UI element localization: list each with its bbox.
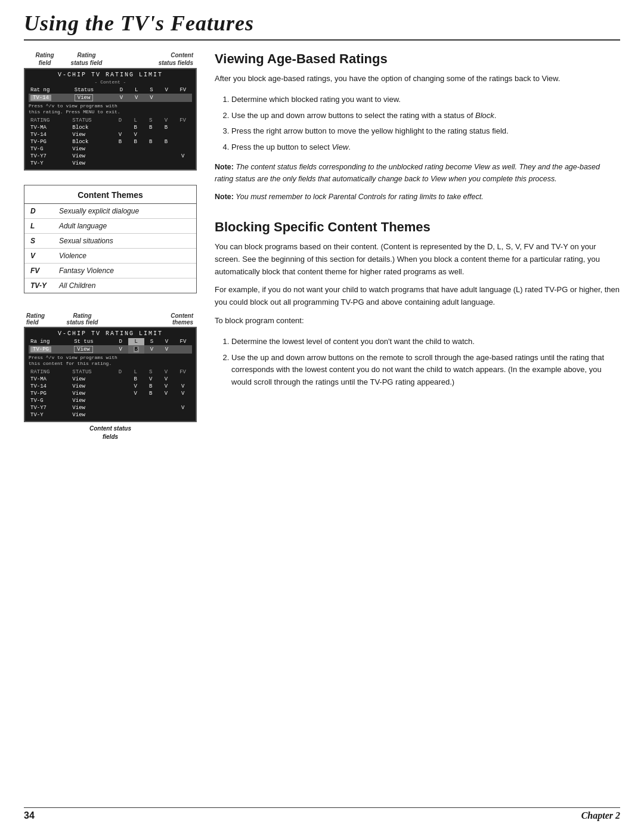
theme-description: Fantasy Violence <box>53 263 196 278</box>
section2-para2: For example, if you do not want your chi… <box>215 284 620 309</box>
tv2-labels: Rating field Rating status field Content… <box>24 312 197 326</box>
label-content-status: Content status fields <box>110 51 197 67</box>
list-item: Press the right arrow button to move the… <box>231 125 620 138</box>
page-header: Using the TV's Features <box>24 0 620 41</box>
tv1-note: Press ^/v to view programs withthis rati… <box>29 103 192 116</box>
content-status-fields-label: Content statusfields <box>24 425 197 441</box>
tv1-header-table: Rat ng Status D L S V FV TV-14 View V <box>29 86 192 102</box>
section1-intro: After you block age-based ratings, you h… <box>215 73 620 85</box>
left-column: Rating field Rating status field Content… <box>24 51 197 441</box>
theme-code: TV-Y <box>24 278 53 293</box>
theme-code: D <box>24 204 53 219</box>
section1-title: Viewing Age-Based Ratings <box>215 51 620 67</box>
theme-description: Adult language <box>53 218 196 233</box>
tv2-note: Press ^/v to view programs withthis cont… <box>29 355 192 367</box>
section2-steps: Determine the lowest level of content yo… <box>215 336 620 389</box>
theme-description: All Children <box>53 278 196 293</box>
tv2-data-table: RATING STATUS D L S V FV TV-MAViewBVV TV… <box>29 368 192 419</box>
label-rating-status: Rating status field <box>63 51 110 67</box>
tv1-title: V-CHIP TV RATING LIMIT <box>29 72 192 78</box>
label2-status: Rating status field <box>61 312 104 326</box>
section1-note1: Note: The content status fields correspo… <box>215 161 620 185</box>
page-wrapper: Using the TV's Features Rating field Rat… <box>0 0 644 477</box>
theme-code: FV <box>24 263 53 278</box>
main-content: Rating field Rating status field Content… <box>24 51 620 441</box>
theme-code: S <box>24 233 53 248</box>
section2-body: You can block programs based on their co… <box>215 241 620 327</box>
theme-description: Violence <box>53 248 196 263</box>
list-item: Use the up and down arrow buttons to sel… <box>231 110 620 122</box>
tv1-subtitle: - Content - <box>29 79 192 85</box>
tv1-data-table: RATING STATUS D L S V FV TV-MABlockBBB T… <box>29 117 192 167</box>
footer-chapter: Chapter 2 <box>581 810 620 821</box>
label-rating-field: Rating field <box>26 51 63 67</box>
content-themes-box: Content Themes D Sexually explicit dialo… <box>24 185 197 293</box>
list-item: Determine which blocked rating you want … <box>231 94 620 106</box>
tv2-header-table: Ra ing St tus D L S V FV TV-PG View V <box>29 338 192 354</box>
list-item: Use the up and down arrow buttons on the… <box>231 352 620 389</box>
list-item: FV Fantasy Violence <box>24 263 196 278</box>
content-themes-header: Content Themes <box>24 185 196 204</box>
content-themes-table: D Sexually explicit dialogue L Adult lan… <box>24 204 196 293</box>
list-item: L Adult language <box>24 218 196 233</box>
list-item: TV-Y All Children <box>24 278 196 293</box>
tv-screen-2: V-CHIP TV RATING LIMIT Ra ing St tus D L… <box>24 327 197 422</box>
section2-title: Blocking Specific Content Themes <box>215 219 620 235</box>
section2-para1: You can block programs based on their co… <box>215 241 620 278</box>
tv1-labels: Rating field Rating status field Content… <box>24 51 197 67</box>
list-item: S Sexual situations <box>24 233 196 248</box>
page-footer: 34 Chapter 2 <box>24 807 620 821</box>
list-item: Determine the lowest level of content yo… <box>231 336 620 348</box>
label2-content: Content themes <box>104 312 197 326</box>
section2-para3: To block program content: <box>215 315 620 327</box>
right-column: Viewing Age-Based Ratings After you bloc… <box>215 51 620 396</box>
theme-code: L <box>24 218 53 233</box>
list-item: Press the up button to select View. <box>231 141 620 154</box>
page-title: Using the TV's Features <box>24 11 620 36</box>
list-item: D Sexually explicit dialogue <box>24 204 196 219</box>
section1-note2: Note: You must remember to lock Parental… <box>215 191 620 203</box>
theme-description: Sexual situations <box>53 233 196 248</box>
list-item: V Violence <box>24 248 196 263</box>
tv-screen-1: V-CHIP TV RATING LIMIT - Content - Rat n… <box>24 68 197 171</box>
theme-code: V <box>24 248 53 263</box>
label2-rating: Rating field <box>26 312 61 326</box>
section1-steps: Determine which blocked rating you want … <box>215 94 620 154</box>
theme-description: Sexually explicit dialogue <box>53 204 196 219</box>
tv2-title: V-CHIP TV RATING LIMIT <box>29 330 192 337</box>
footer-page-number: 34 <box>24 810 35 821</box>
